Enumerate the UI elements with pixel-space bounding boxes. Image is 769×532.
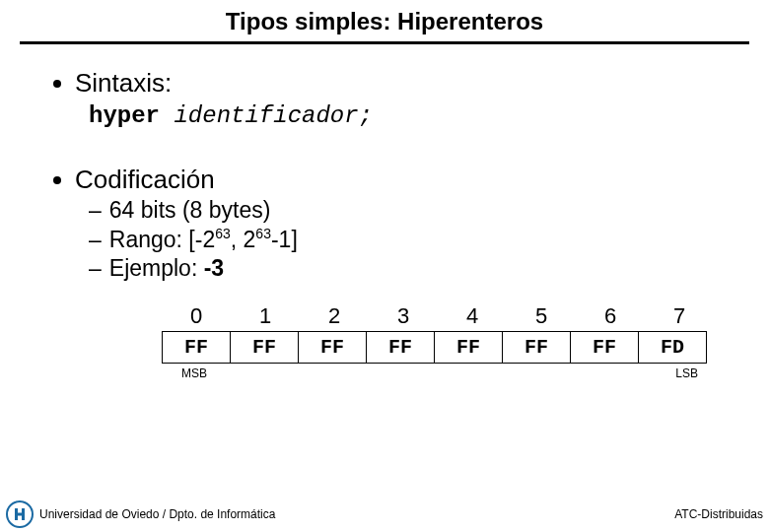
sub-range-text: Rango: [-263, 263-1] (109, 226, 298, 253)
sub-example: – Ejemplo: -3 (89, 255, 749, 282)
byte-index: 1 (231, 303, 300, 331)
byte-value: FF (298, 331, 367, 364)
university-logo-icon (6, 500, 34, 528)
syntax-keyword: hyper (89, 102, 160, 129)
bullet-dot-icon (53, 176, 61, 184)
bullet-coding-label: Codificación (75, 165, 215, 195)
sub-bits: – 64 bits (8 bytes) (89, 197, 749, 224)
dash-icon: – (89, 255, 102, 282)
byte-label-row: MSB LSB (162, 366, 714, 380)
sub-range: – Rango: [-263, 263-1] (89, 226, 749, 253)
byte-index: 6 (576, 303, 645, 331)
example-label: Ejemplo: (109, 255, 204, 281)
range-exp2: 63 (255, 226, 271, 241)
lsb-label: LSB (675, 366, 698, 380)
msb-label: MSB (181, 366, 207, 380)
slide-content: Sintaxis: hyper identificador; Codificac… (20, 68, 749, 380)
bullet-dot-icon (53, 80, 61, 88)
example-value: -3 (204, 255, 224, 281)
syntax-line: hyper identificador; (89, 102, 749, 129)
footer: Universidad de Oviedo / Dpto. de Informá… (0, 500, 769, 528)
sub-bits-text: 64 bits (8 bytes) (109, 197, 271, 224)
byte-index: 0 (162, 303, 231, 331)
byte-index: 2 (300, 303, 369, 331)
range-exp1: 63 (215, 226, 231, 241)
footer-university: Universidad de Oviedo / Dpto. de Informá… (39, 507, 275, 521)
byte-value: FF (502, 331, 571, 364)
range-mid: , 2 (231, 227, 256, 252)
bullet-syntax-label: Sintaxis: (75, 68, 172, 99)
byte-index: 4 (438, 303, 507, 331)
byte-index: 5 (507, 303, 576, 331)
svg-rect-2 (15, 513, 25, 516)
title-rule (20, 41, 749, 44)
range-suffix: -1] (271, 227, 298, 252)
syntax-identifier: identificador; (174, 102, 373, 129)
byte-value: FF (570, 331, 639, 364)
byte-value: FF (366, 331, 435, 364)
bullet-coding: Codificación (53, 165, 749, 195)
bullet-syntax: Sintaxis: (53, 68, 749, 99)
dash-icon: – (89, 197, 102, 224)
footer-course: ATC-Distribuidas (674, 507, 763, 521)
byte-index-row: 0 1 2 3 4 5 6 7 (162, 303, 714, 331)
byte-index: 3 (369, 303, 438, 331)
range-prefix: Rango: [-2 (109, 227, 215, 252)
byte-table: 0 1 2 3 4 5 6 7 FF FF FF FF FF FF FF FD … (162, 303, 714, 380)
byte-index: 7 (645, 303, 714, 331)
byte-value: FF (434, 331, 503, 364)
slide-title: Tipos simples: Hiperenteros (20, 8, 749, 35)
byte-value: FD (638, 331, 707, 364)
byte-value: FF (162, 331, 231, 364)
byte-value: FF (230, 331, 299, 364)
dash-icon: – (89, 227, 102, 253)
byte-value-row: FF FF FF FF FF FF FF FD (162, 331, 714, 364)
